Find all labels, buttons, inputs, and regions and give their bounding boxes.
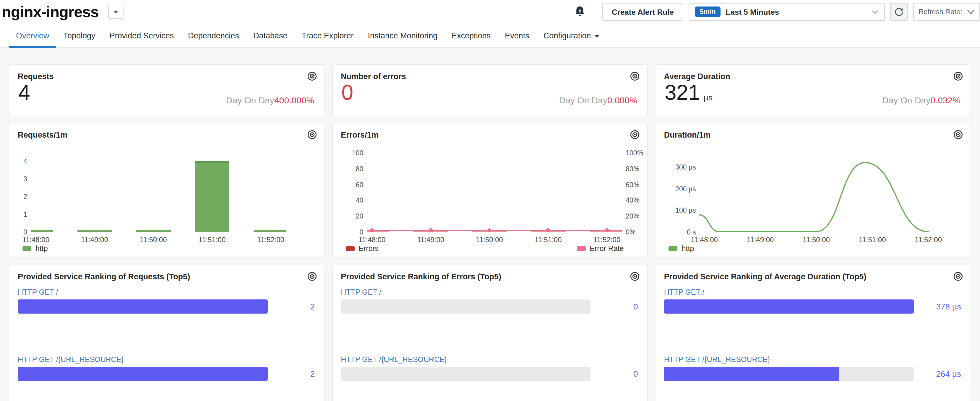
endpoint-link[interactable]: HTTP GET /: [18, 288, 58, 296]
create-alert-rule-button[interactable]: Create Alert Rule: [602, 3, 683, 21]
metric-value: 4: [18, 80, 30, 105]
zero-bar-11:50:00: [136, 230, 170, 232]
endpoint-link[interactable]: HTTP GET /{URL_RESOURCE}: [341, 355, 447, 364]
chart-plot-area: 0123411:48:0011:49:0011:50:0011:51:0011:…: [10, 124, 324, 257]
tab-exceptions[interactable]: Exceptions: [444, 24, 498, 47]
ranking-list: HTTP GET /0HTTP GET /{URL_RESOURCE}0: [341, 287, 639, 401]
chart-plot-area: 0 s100 µs200 µs300 µs11:48:0011:49:0011:…: [656, 124, 970, 257]
legend-item-http[interactable]: http: [669, 244, 694, 253]
eye-icon[interactable]: [630, 271, 640, 282]
y-tick-label: 40%: [626, 197, 639, 204]
eye-icon[interactable]: [953, 71, 963, 81]
plot-region: [700, 144, 943, 232]
panel-title: Requests: [18, 72, 54, 81]
y-tick-label: 60: [356, 181, 364, 188]
y-tick-label: 0: [360, 228, 364, 236]
service-selector-button[interactable]: [108, 5, 124, 19]
metric-unit: µs: [704, 93, 713, 105]
ranking-bar-track: [18, 300, 267, 314]
refresh-rate-select[interactable]: Refresh Rate:: [913, 3, 980, 21]
tab-database[interactable]: Database: [246, 24, 295, 47]
chevron-down-icon: [595, 35, 599, 38]
ranking-item: HTTP GET /378 µs: [664, 287, 962, 314]
y-tick-label: 200 µs: [675, 185, 696, 193]
time-range-select[interactable]: 5min Last 5 Minutes: [689, 3, 885, 21]
x-tick-label: 11:50:00: [140, 236, 167, 244]
y-axis-right: 0%20%40%60%80%100%: [622, 144, 649, 232]
y-tick-label: 20: [356, 212, 364, 220]
eye-icon[interactable]: [307, 271, 317, 282]
eye-icon[interactable]: [953, 271, 963, 282]
tab-label: Exceptions: [452, 31, 491, 40]
endpoint-link[interactable]: HTTP GET /: [341, 288, 381, 296]
day-on-day-compare: Day On Day0.000%: [559, 95, 638, 105]
tab-label: Provided Services: [110, 31, 174, 40]
panel-title: Average Duration: [664, 72, 730, 81]
legend-label: Error Rate: [590, 244, 624, 253]
rank-value: 2: [277, 302, 316, 311]
tab-label: Database: [253, 31, 288, 40]
x-tick-label: 11:52:00: [593, 236, 620, 244]
endpoint-link[interactable]: HTTP GET /{URL_RESOURCE}: [18, 355, 124, 364]
tab-bar: OverviewTopologyProvided ServicesDepende…: [0, 24, 980, 48]
legend-swatch: [669, 246, 678, 251]
duration-summary-card: Average Duration 321µs Day On Day0.032%: [655, 64, 971, 116]
y-tick-label: 80%: [626, 165, 639, 173]
tab-topology[interactable]: Topology: [56, 24, 103, 47]
legend-swatch: [577, 246, 585, 251]
y-tick-label: 300 µs: [675, 163, 696, 171]
ranking-list: HTTP GET /378 µsHTTP GET /{URL_RESOURCE}…: [664, 287, 962, 401]
errors-summary-card: Number of errors 0 Day On Day0.000%: [332, 64, 648, 116]
tab-instance-monitoring[interactable]: Instance Monitoring: [361, 24, 445, 47]
legend-item-errors[interactable]: Errors: [345, 244, 379, 253]
alert-bell-icon[interactable]: [573, 5, 586, 18]
requests-per-minute-chart: Requests/1m 0123411:48:0011:49:0011:50:0…: [9, 123, 325, 258]
panel-title: Provided Service Ranking of Errors (Top5…: [341, 272, 501, 281]
x-axis: 11:48:0011:49:0011:50:0011:51:0011:52:00: [31, 236, 286, 245]
eye-icon[interactable]: [630, 71, 640, 81]
rank-value: 378 µs: [923, 302, 962, 311]
y-tick-label: 60%: [626, 181, 639, 188]
requests-ranking-panel: Provided Service Ranking of Requests (To…: [9, 265, 325, 401]
legend-item-error-rate[interactable]: Error Rate: [577, 244, 624, 253]
tab-overview[interactable]: Overview: [9, 24, 56, 47]
tab-configuration[interactable]: Configuration: [536, 24, 606, 47]
time-badge: 5min: [695, 6, 721, 17]
y-tick-label: 4: [23, 158, 27, 165]
y-tick-label: 2: [23, 193, 27, 200]
legend-label: http: [35, 244, 48, 253]
tab-label: Overview: [16, 31, 49, 40]
metric-value: 0: [341, 80, 353, 105]
x-tick-label: 11:48:00: [358, 236, 386, 244]
duration-ranking-panel: Provided Service Ranking of Average Dura…: [655, 265, 971, 401]
x-tick-label: 11:48:00: [22, 236, 49, 244]
chevron-down-icon: [872, 10, 878, 14]
legend-item-http[interactable]: http: [22, 244, 48, 253]
tab-trace-explorer[interactable]: Trace Explorer: [295, 24, 361, 47]
legend-swatch: [22, 246, 31, 251]
ranking-item: HTTP GET /{URL_RESOURCE}264 µs: [664, 354, 962, 381]
eye-icon[interactable]: [307, 71, 317, 81]
app-header: nginx-ingress Create Alert Rule 5min Las…: [0, 0, 980, 24]
ranking-item: HTTP GET /{URL_RESOURCE}0: [341, 354, 639, 381]
tab-provided-services[interactable]: Provided Services: [103, 24, 181, 47]
header-controls: Create Alert Rule 5min Last 5 Minutes Re…: [573, 3, 980, 21]
tab-label: Configuration: [544, 31, 591, 40]
tab-events[interactable]: Events: [498, 24, 536, 47]
x-tick-label: 11:49:00: [81, 236, 108, 244]
ranking-bar-fill: [664, 300, 914, 314]
legend-swatch: [345, 246, 354, 251]
plot-region: [367, 144, 622, 232]
chart-plot-area: 0204060801000%20%40%60%80%100%11:48:0011…: [332, 124, 647, 257]
y-tick-label: 80: [356, 165, 364, 173]
ranking-bar-track: [18, 367, 267, 381]
tab-dependencies[interactable]: Dependencies: [181, 24, 246, 47]
y-tick-label: 1: [23, 211, 27, 218]
ranking-bar-row: 2: [18, 367, 316, 381]
endpoint-link[interactable]: HTTP GET /: [664, 288, 705, 296]
refresh-button[interactable]: [890, 3, 908, 21]
endpoint-link[interactable]: HTTP GET /{URL_RESOURCE}: [664, 355, 770, 364]
requests-summary-card: Requests 4 Day On Day400.000%: [9, 64, 325, 116]
ranking-list: HTTP GET /2HTTP GET /{URL_RESOURCE}2: [18, 287, 316, 401]
day-on-day-compare: Day On Day400.000%: [226, 95, 315, 105]
